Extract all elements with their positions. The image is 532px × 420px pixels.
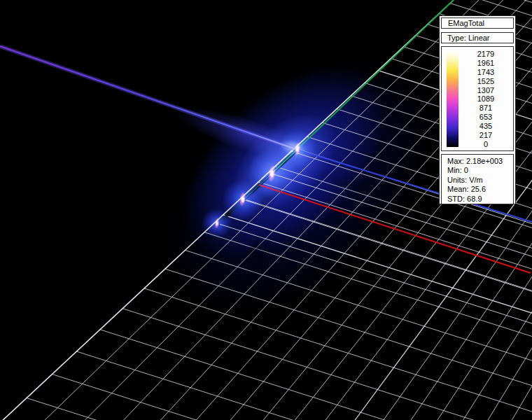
legend-stat-line: STD: 68.9 [447,195,513,204]
colorbar-tick: 217 [458,131,513,139]
em-field-viewport[interactable]: EMagTotal Type: Linear 21791961174315251… [0,0,532,420]
legend-colorbar: 2179196117431525130710898716534352170 [441,46,514,151]
colorbar-tick: 1961 [458,59,513,67]
legend-stat-line: Units: V/m [447,176,513,185]
legend-scale-type: Type: Linear [441,32,514,43]
colorbar-tick: 1307 [458,86,513,94]
colorbar-tick: 0 [458,140,513,148]
colorbar-tick: 1525 [458,77,513,85]
legend-stat-line: Mean: 25.6 [447,185,513,194]
colorbar-tick: 653 [458,113,513,121]
legend-stat-line: Min: 0 [447,166,513,175]
legend-panel: EMagTotal Type: Linear 21791961174315251… [439,15,516,204]
colorbar-tick: 871 [458,104,513,112]
legend-title: EMagTotal [441,18,514,29]
legend-stat-line: Max: 2.18e+003 [447,157,513,166]
feed-wire [0,46,298,150]
colorbar-tick: 2179 [458,50,513,58]
colorbar-gradient [447,51,458,147]
colorbar-tick: 435 [458,122,513,130]
colorbar-tick: 1743 [458,68,513,76]
colorbar-tick: 1089 [458,94,513,103]
colorbar-tick-labels: 2179196117431525130710898716534352170 [458,50,513,148]
axis-green [270,0,454,175]
legend-stats: Max: 2.18e+003Min: 0Units: V/mMean: 25.6… [441,154,514,204]
